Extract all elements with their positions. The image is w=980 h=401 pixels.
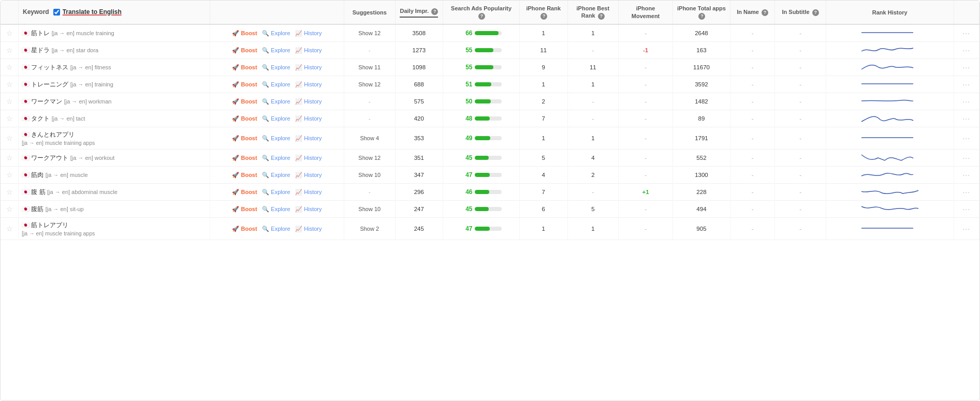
- history-button[interactable]: 📈 History: [295, 135, 321, 142]
- iphone-best-rank-cell: -: [567, 42, 619, 59]
- translate-checkbox-label[interactable]: Translate to English: [53, 8, 122, 17]
- explore-button[interactable]: 🔍 Explore: [262, 135, 290, 142]
- explore-button[interactable]: 🔍 Explore: [262, 30, 290, 37]
- star-icon[interactable]: ☆: [6, 154, 13, 162]
- star-icon[interactable]: ☆: [6, 97, 13, 106]
- more-cell[interactable]: ···: [954, 59, 979, 76]
- more-cell[interactable]: ···: [954, 167, 979, 184]
- history-button[interactable]: 📈 History: [295, 155, 321, 161]
- star-cell: ☆: [1, 59, 19, 76]
- star-cell: ☆: [1, 127, 19, 150]
- iphone-rank-help-icon[interactable]: ?: [540, 13, 547, 20]
- rank-history-cell: [826, 110, 954, 127]
- keyword-cell: 🇯🇵 筋トレアプリ [ja → en] muscle training apps: [19, 218, 210, 240]
- history-button[interactable]: 📈 History: [295, 64, 321, 71]
- explore-button[interactable]: 🔍 Explore: [262, 47, 290, 54]
- history-button[interactable]: 📈 History: [295, 189, 321, 196]
- more-options-icon[interactable]: ···: [962, 205, 970, 213]
- boost-button[interactable]: 🚀 Boost: [232, 98, 257, 105]
- history-button[interactable]: 📈 History: [295, 47, 321, 54]
- chart-icon: 📈: [295, 81, 302, 87]
- iphone-rank-cell: 5: [520, 150, 567, 167]
- explore-button[interactable]: 🔍 Explore: [262, 189, 290, 196]
- boost-button[interactable]: 🚀 Boost: [232, 172, 257, 179]
- search-icon: 🔍: [262, 189, 269, 195]
- history-button[interactable]: 📈 History: [295, 30, 321, 37]
- star-icon[interactable]: ☆: [6, 188, 13, 196]
- iphone-total-apps-help-icon[interactable]: ?: [698, 13, 705, 20]
- star-icon[interactable]: ☆: [6, 114, 13, 123]
- boost-button[interactable]: 🚀 Boost: [232, 81, 257, 88]
- explore-button[interactable]: 🔍 Explore: [262, 172, 290, 179]
- rank-history-cell: [826, 201, 954, 218]
- suggestions-cell: Show 12: [344, 24, 395, 42]
- more-cell[interactable]: ···: [954, 76, 979, 93]
- history-button[interactable]: 📈 History: [295, 115, 321, 122]
- star-icon[interactable]: ☆: [6, 171, 13, 179]
- rank-history-cell: [826, 127, 954, 150]
- iphone-best-rank-cell: 2: [567, 167, 619, 184]
- explore-button[interactable]: 🔍 Explore: [262, 81, 290, 88]
- in-name-cell: -: [730, 184, 774, 201]
- more-options-icon[interactable]: ···: [962, 225, 970, 233]
- keyword-cell: 🇯🇵 きんとれアプリ [ja → en] muscle training app…: [19, 127, 210, 150]
- boost-button[interactable]: 🚀 Boost: [232, 135, 257, 142]
- star-icon[interactable]: ☆: [6, 29, 13, 37]
- more-cell[interactable]: ···: [954, 42, 979, 59]
- explore-button[interactable]: 🔍 Explore: [262, 115, 290, 122]
- boost-button[interactable]: 🚀 Boost: [232, 115, 257, 122]
- history-button[interactable]: 📈 History: [295, 226, 321, 232]
- more-cell[interactable]: ···: [954, 201, 979, 218]
- star-icon[interactable]: ☆: [6, 80, 13, 88]
- in-name-help-icon[interactable]: ?: [762, 9, 768, 16]
- explore-button[interactable]: 🔍 Explore: [262, 98, 290, 105]
- more-cell[interactable]: ···: [954, 218, 979, 240]
- star-icon[interactable]: ☆: [6, 205, 13, 213]
- search-ads-help-icon[interactable]: ?: [478, 13, 485, 20]
- more-options-icon[interactable]: ···: [962, 46, 970, 54]
- more-cell[interactable]: ···: [954, 184, 979, 201]
- more-options-icon[interactable]: ···: [962, 63, 970, 71]
- more-options-icon[interactable]: ···: [962, 134, 970, 142]
- boost-icon: 🚀: [232, 189, 239, 195]
- star-icon[interactable]: ☆: [6, 46, 13, 54]
- explore-button[interactable]: 🔍 Explore: [262, 226, 290, 232]
- more-cell[interactable]: ···: [954, 127, 979, 150]
- history-button[interactable]: 📈 History: [295, 172, 321, 179]
- iphone-rank-cell: 6: [520, 201, 567, 218]
- in-name-cell: -: [730, 218, 774, 240]
- daily-impr-help-icon[interactable]: ?: [431, 8, 438, 15]
- star-icon[interactable]: ☆: [6, 63, 13, 71]
- iphone-movement-cell: -1: [619, 42, 673, 59]
- boost-button[interactable]: 🚀 Boost: [232, 30, 257, 37]
- more-options-icon[interactable]: ···: [962, 97, 970, 106]
- boost-button[interactable]: 🚀 Boost: [232, 206, 257, 213]
- iphone-best-rank-help-icon[interactable]: ?: [598, 13, 605, 20]
- more-options-icon[interactable]: ···: [962, 154, 970, 162]
- boost-button[interactable]: 🚀 Boost: [232, 155, 257, 161]
- history-button[interactable]: 📈 History: [295, 81, 321, 88]
- more-cell[interactable]: ···: [954, 24, 979, 42]
- explore-button[interactable]: 🔍 Explore: [262, 206, 290, 213]
- translate-checkbox[interactable]: [53, 9, 60, 16]
- more-cell[interactable]: ···: [954, 93, 979, 110]
- explore-button[interactable]: 🔍 Explore: [262, 64, 290, 71]
- explore-button[interactable]: 🔍 Explore: [262, 155, 290, 161]
- keyword-cell: 🇯🇵 フィットネス [ja → en] fitness: [19, 59, 210, 76]
- more-options-icon[interactable]: ···: [962, 171, 970, 179]
- star-icon[interactable]: ☆: [6, 134, 13, 142]
- boost-button[interactable]: 🚀 Boost: [232, 47, 257, 54]
- more-options-icon[interactable]: ···: [962, 80, 970, 88]
- more-cell[interactable]: ···: [954, 110, 979, 127]
- more-options-icon[interactable]: ···: [962, 188, 970, 196]
- star-icon[interactable]: ☆: [6, 225, 13, 233]
- history-button[interactable]: 📈 History: [295, 206, 321, 213]
- history-button[interactable]: 📈 History: [295, 98, 321, 105]
- in-subtitle-help-icon[interactable]: ?: [812, 9, 819, 16]
- boost-button[interactable]: 🚀 Boost: [232, 226, 257, 232]
- boost-button[interactable]: 🚀 Boost: [232, 189, 257, 196]
- boost-button[interactable]: 🚀 Boost: [232, 64, 257, 71]
- more-options-icon[interactable]: ···: [962, 29, 970, 37]
- more-cell[interactable]: ···: [954, 150, 979, 167]
- more-options-icon[interactable]: ···: [962, 114, 970, 123]
